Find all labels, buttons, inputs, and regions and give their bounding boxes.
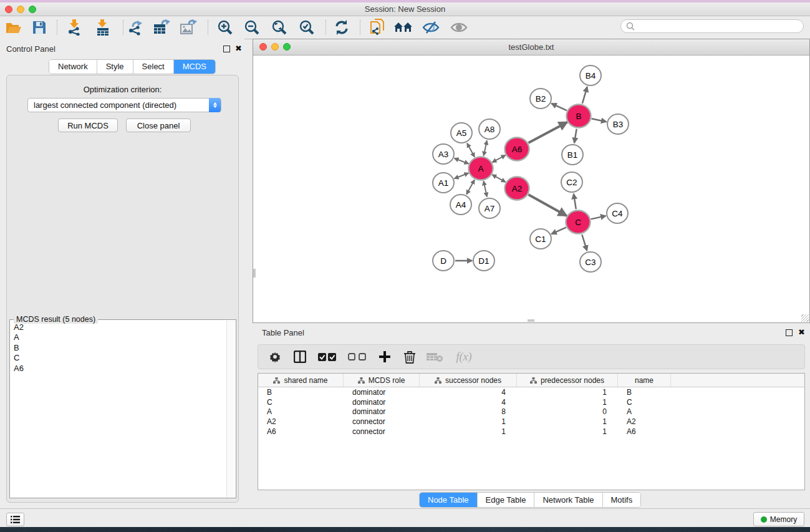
tab-motifs[interactable]: Motifs [603, 493, 641, 507]
column-header-MCDS-role[interactable]: MCDS role [344, 374, 420, 387]
graph-node-C3[interactable]: C3 [580, 252, 601, 272]
zoom-fit-icon[interactable] [269, 19, 290, 36]
graph-node-B2[interactable]: B2 [530, 89, 551, 109]
horizontal-scrollbar-thumb[interactable] [528, 319, 534, 322]
task-history-button[interactable] [6, 513, 24, 526]
column-header-shared-name[interactable]: shared name [258, 374, 344, 387]
graph-node-C4[interactable]: C4 [607, 203, 628, 223]
scrollbar[interactable] [226, 321, 235, 497]
graph-node-A3[interactable]: A3 [433, 144, 454, 164]
new-network-from-selection-icon[interactable] [367, 19, 388, 36]
graph-node-B4[interactable]: B4 [580, 65, 601, 85]
graph-edge-B-B1[interactable] [574, 129, 577, 143]
deselect-all-columns-icon[interactable] [347, 349, 368, 365]
mcds-result-item[interactable]: B [11, 343, 225, 353]
zoom-in-icon[interactable] [215, 19, 236, 36]
zoom-window-button[interactable] [29, 6, 36, 13]
graph-node-A[interactable]: A [469, 157, 493, 180]
graph-edge-C-C1[interactable] [551, 228, 566, 235]
mcds-result-item[interactable]: A [11, 332, 225, 342]
node-table[interactable]: shared nameMCDS rolesuccessor nodesprede… [258, 373, 805, 490]
graph-edge-A-A6[interactable] [493, 155, 506, 162]
show-columns-icon[interactable] [292, 349, 308, 365]
run-mcds-button[interactable]: Run MCDS [58, 118, 118, 132]
zoom-selected-icon[interactable] [296, 19, 317, 36]
table-row[interactable]: Cdominator41C [258, 397, 804, 407]
network-canvas[interactable]: B4B2BB3A8A5A6B1A3AA1C2A2A4A7C4CC1DD1C3 [253, 56, 809, 322]
graph-edge-A-A1[interactable] [455, 173, 469, 179]
graph-node-B3[interactable]: B3 [607, 114, 629, 134]
delete-column-icon[interactable] [402, 349, 418, 365]
tab-node-table[interactable]: Node Table [420, 493, 478, 507]
add-column-icon[interactable] [377, 349, 393, 365]
table-row[interactable]: Bdominator41B [258, 387, 804, 397]
tab-style[interactable]: Style [97, 60, 133, 74]
graph-edge-A2-C[interactable] [528, 195, 566, 216]
open-file-icon[interactable] [3, 19, 24, 36]
hide-selected-icon[interactable] [420, 19, 441, 36]
graph-edge-A-A2[interactable] [492, 175, 505, 182]
close-window-button[interactable] [259, 43, 267, 51]
graph-node-A7[interactable]: A7 [479, 198, 500, 218]
float-panel-icon[interactable] [223, 46, 230, 52]
graph-node-A8[interactable]: A8 [479, 119, 500, 139]
export-image-icon[interactable] [178, 19, 200, 36]
search-input[interactable] [620, 19, 804, 33]
export-table-icon[interactable] [152, 19, 173, 36]
graph-node-B[interactable]: B [567, 105, 591, 128]
refresh-layout-icon[interactable] [331, 19, 352, 36]
close-window-button[interactable] [5, 6, 12, 13]
graph-node-C2[interactable]: C2 [561, 172, 582, 192]
graph-edge-B-B4[interactable] [582, 87, 587, 104]
graph-node-A6[interactable]: A6 [505, 138, 529, 161]
tab-network-table[interactable]: Network Table [534, 493, 602, 507]
minimize-window-button[interactable] [17, 6, 24, 13]
save-session-icon[interactable] [29, 19, 50, 36]
column-header-name[interactable]: name [618, 374, 671, 387]
graph-edge-C-C4[interactable] [591, 216, 606, 219]
graph-node-A1[interactable]: A1 [433, 173, 454, 193]
table-settings-icon[interactable] [267, 349, 283, 365]
graph-edge-A-A7[interactable] [484, 181, 487, 197]
close-panel-icon[interactable]: ✖ [798, 329, 805, 336]
export-network-icon[interactable] [125, 19, 147, 36]
vertical-scrollbar-thumb[interactable] [253, 269, 256, 278]
minimize-window-button[interactable] [271, 43, 279, 51]
select-all-columns-icon[interactable] [317, 349, 338, 365]
resize-grip[interactable] [801, 314, 809, 322]
import-table-icon[interactable] [92, 19, 113, 36]
zoom-out-icon[interactable] [241, 19, 263, 36]
tab-edge-table[interactable]: Edge Table [478, 493, 535, 507]
graph-node-D[interactable]: D [433, 251, 454, 271]
optimization-criterion-select[interactable]: largest connected component (directed) [27, 98, 221, 112]
graph-node-C[interactable]: C [566, 211, 591, 234]
graph-edge-A-A8[interactable] [484, 141, 487, 156]
mcds-result-item[interactable]: A6 [11, 364, 225, 374]
float-panel-icon[interactable] [786, 329, 793, 336]
table-row[interactable]: A6connector11A6 [258, 427, 804, 437]
graph-node-C1[interactable]: C1 [530, 229, 551, 249]
memory-button[interactable]: Memory [753, 512, 804, 526]
graph-node-A5[interactable]: A5 [451, 123, 472, 143]
graph-edge-A-A4[interactable] [466, 180, 475, 194]
mcds-result-item[interactable]: A2 [11, 322, 225, 332]
tab-mcds[interactable]: MCDS [174, 60, 215, 74]
graph-node-D1[interactable]: D1 [473, 251, 494, 271]
graph-edge-A-A5[interactable] [467, 143, 475, 157]
graph-node-A4[interactable]: A4 [450, 195, 471, 215]
mcds-result-item[interactable]: C [11, 353, 225, 363]
mcds-result-list[interactable]: A2ABCA6 [11, 322, 225, 374]
tab-select[interactable]: Select [133, 60, 174, 74]
graph-node-B1[interactable]: B1 [562, 145, 583, 165]
graph-node-A2[interactable]: A2 [505, 177, 529, 200]
graph-edge-C-C3[interactable] [582, 235, 587, 251]
close-panel-button[interactable]: Close panel [126, 118, 191, 132]
column-header-successor-nodes[interactable]: successor nodes [420, 374, 517, 387]
show-graphics-icon[interactable] [448, 19, 470, 36]
table-row[interactable]: A2connector11A2 [258, 417, 804, 427]
graph-edge-A6-B[interactable] [529, 122, 567, 143]
graph-edge-B-B2[interactable] [551, 104, 567, 110]
close-panel-icon[interactable]: ✖ [235, 46, 242, 52]
column-header-predecessor-nodes[interactable]: predecessor nodes [517, 374, 618, 387]
zoom-window-button[interactable] [283, 43, 291, 51]
